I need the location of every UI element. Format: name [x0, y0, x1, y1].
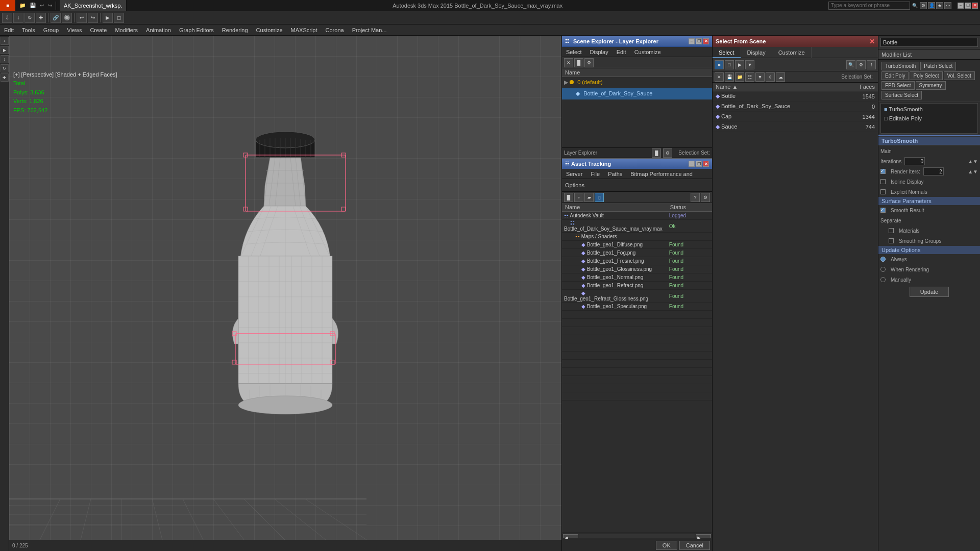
undo-btn[interactable]: ↩ — [77, 13, 87, 23]
at-row-normal[interactable]: ◆ Bottle_geo1_Normal.png Found — [562, 273, 712, 282]
mp-turbosmoothbtn[interactable]: TurboSmooth — [881, 62, 919, 70]
scale-tool[interactable]: ✚ — [1, 73, 9, 82]
mp-isoline-check[interactable] — [880, 179, 886, 184]
sfs-none-btn[interactable]: □ — [725, 60, 734, 69]
at-scroll-track[interactable] — [579, 534, 695, 538]
mp-render-iters-input[interactable] — [923, 167, 944, 176]
mp-vol-select[interactable]: Vol. Select — [944, 71, 975, 80]
mp-stack-editpoly[interactable]: □ Editable Poly — [882, 114, 976, 123]
rotate-tool[interactable]: ↻ — [1, 64, 9, 72]
mp-explicit-check[interactable] — [880, 189, 886, 194]
mp-iterations-input[interactable] — [904, 157, 925, 165]
se-close[interactable]: ✕ — [703, 38, 709, 44]
sfs-filter-btn[interactable]: ▼ — [745, 60, 754, 69]
at-scroll-right[interactable]: ► — [696, 534, 711, 538]
se-minimize[interactable]: − — [689, 38, 695, 44]
sfs-hierarchy[interactable]: ☷ — [745, 72, 754, 82]
menu-views[interactable]: Views — [63, 24, 86, 36]
toolbar-icon-4[interactable]: ↪ — [46, 3, 54, 8]
select-btn[interactable]: ⇩ — [2, 13, 12, 23]
se-btn-3[interactable]: ⚙ — [584, 58, 594, 67]
toolbar-icon-2[interactable]: 💾 — [28, 3, 38, 8]
render-btn[interactable]: ▶ — [103, 13, 113, 23]
at-menu-paths[interactable]: Paths — [604, 169, 626, 179]
at-options[interactable]: Options — [565, 182, 584, 188]
menu-corona[interactable]: Corona — [322, 24, 348, 36]
maximize-button[interactable]: ☐ — [965, 3, 971, 9]
mp-smoothing-check[interactable] — [889, 238, 894, 243]
at-row-glossiness[interactable]: ◆ Bottle_geo1_Glossiness.png Found — [562, 265, 712, 273]
mp-surface-header[interactable]: Surface Parameters — [878, 197, 980, 205]
toolbar-icon-1[interactable]: 📁 — [17, 3, 28, 8]
at-help[interactable]: ? — [691, 193, 700, 202]
at-minimize[interactable]: − — [689, 161, 695, 167]
sfs-settings-btn[interactable]: ⚙ — [856, 60, 866, 69]
icon-btn-3[interactable]: ★ — [936, 2, 943, 9]
select-tool[interactable]: ▶ — [1, 46, 9, 54]
se-menu-customize[interactable]: Customize — [630, 47, 665, 57]
menu-rendering[interactable]: Rendering — [218, 24, 252, 36]
unlink-btn[interactable]: 🔘 — [62, 13, 72, 23]
mp-update-button[interactable]: Update — [910, 287, 949, 297]
at-scrollbar[interactable]: ◄ ► — [562, 533, 712, 539]
menu-maxscript[interactable]: MAXScript — [287, 24, 322, 36]
menu-customize[interactable]: Customize — [252, 24, 287, 36]
sfs-display[interactable]: ☁ — [776, 72, 785, 82]
menu-edit[interactable]: Edit — [0, 24, 18, 36]
close-button[interactable]: ✕ — [972, 3, 978, 9]
move-btn[interactable]: ↕ — [13, 13, 23, 23]
sfs-tab-select[interactable]: Select — [713, 47, 741, 58]
at-menu-server[interactable]: Server — [562, 169, 586, 179]
sfs-close[interactable]: ✕ — [869, 38, 875, 45]
mp-stack-turbosmoothItem[interactable]: ■ TurboSmooth — [882, 105, 976, 114]
at-row-fog[interactable]: ◆ Bottle_geo1_Fog.png Found — [562, 249, 712, 257]
se-row-bottle[interactable]: ◆ Bottle_of_Dark_Soy_Sauce — [562, 88, 712, 99]
se-btn-2[interactable]: █ — [574, 58, 583, 67]
mp-whenrendering-radio[interactable] — [880, 267, 886, 272]
sfs-close-x[interactable]: ✕ — [715, 72, 724, 82]
at-btn1[interactable]: █ — [564, 193, 573, 202]
menu-group[interactable]: Group — [39, 24, 63, 36]
mp-materials-check[interactable] — [889, 228, 894, 233]
search-input[interactable] — [828, 2, 910, 10]
mp-smooth-check[interactable] — [880, 208, 886, 213]
mp-always-radio[interactable] — [880, 257, 886, 262]
sfs-save[interactable]: 💾 — [725, 72, 734, 82]
menu-modifiers[interactable]: Modifiers — [111, 24, 142, 36]
at-row-vault[interactable]: ☷ Autodesk Vault Logged — [562, 212, 712, 220]
sfs-row-cap[interactable]: ◆ Cap 1344 — [713, 112, 878, 122]
sfs-col-name[interactable]: Name ▲ — [713, 83, 847, 91]
minimize-button[interactable]: − — [958, 3, 964, 9]
move-tool[interactable]: ↕ — [1, 55, 9, 63]
se-menu-display[interactable]: Display — [586, 47, 612, 57]
mp-edit-poly[interactable]: Edit Poly — [881, 71, 909, 80]
viewport[interactable]: [+] [Perspective] [Shaded + Edged Faces]… — [9, 36, 561, 551]
sfs-more-btn[interactable]: ⁝ — [867, 60, 876, 69]
sfs-sort[interactable]: ▼ — [755, 72, 765, 82]
scale-btn[interactable]: ✚ — [36, 13, 46, 23]
sfs-row-sauce[interactable]: ◆ Sauce 744 — [713, 122, 878, 132]
at-close[interactable]: ✕ — [703, 161, 709, 167]
sfs-open[interactable]: 📁 — [735, 72, 744, 82]
sfs-col[interactable]: ◊ — [766, 72, 775, 82]
at-row-refract-gloss[interactable]: ◆ Bottle_geo1_Refract_Glossiness.png Fou… — [562, 290, 712, 303]
se-btn-1[interactable]: ✕ — [564, 58, 573, 67]
mp-symmetry[interactable]: Symmetry — [916, 81, 946, 90]
sfs-all-btn[interactable]: ■ — [715, 60, 724, 69]
sfs-tab-customize[interactable]: Customize — [772, 47, 812, 58]
se-maximize[interactable]: ☐ — [696, 38, 702, 44]
se-bottom-btn2[interactable]: ⚙ — [663, 148, 672, 158]
sfs-row-bottle-soy[interactable]: ◆ Bottle_of_Dark_Soy_Sauce 0 — [713, 102, 878, 112]
se-bottom-btn1[interactable]: █ — [652, 148, 661, 158]
mp-surface-select[interactable]: Surface Select — [881, 91, 922, 99]
at-row-fresnel[interactable]: ◆ Bottle_geo1_Fresnel.png Found — [562, 257, 712, 265]
at-scroll-left[interactable]: ◄ — [563, 534, 578, 538]
at-maximize[interactable]: ☐ — [696, 161, 702, 167]
material-btn[interactable]: ◻ — [114, 13, 124, 23]
at-row-max[interactable]: ☷ Bottle_of_Dark_Soy_Sauce_max_vray.max … — [562, 220, 712, 233]
link-btn[interactable]: 🔗 — [51, 13, 61, 23]
menu-project[interactable]: Project Man... — [348, 24, 391, 36]
at-row-diffuse[interactable]: ◆ Bottle_geo1_Diffuse.png Found — [562, 241, 712, 249]
at-settings[interactable]: ⚙ — [701, 193, 710, 202]
icon-btn-4[interactable]: ⋯ — [944, 2, 951, 9]
